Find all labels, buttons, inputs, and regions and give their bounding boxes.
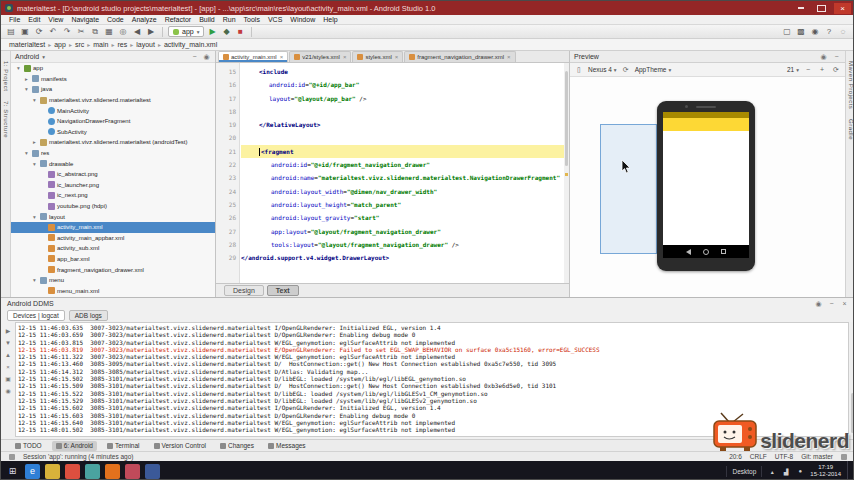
tool-window-button-6-android[interactable]: 6: Android — [52, 441, 97, 451]
chevron-right-icon[interactable]: ▸ — [31, 139, 38, 145]
tree-item-mainactivity[interactable]: MainActivity — [11, 105, 215, 116]
show-desktop-button[interactable] — [847, 461, 851, 480]
tree-item-app-bar-xml[interactable]: app_bar.xml — [11, 254, 215, 265]
code-line-15[interactable]: <include — [241, 65, 564, 78]
find-icon[interactable]: ◎ — [117, 26, 129, 38]
logcat-tab-devices-logcat[interactable]: Devices | logcat — [7, 310, 65, 321]
device-select[interactable]: Nexus 4 ▾ — [588, 66, 617, 73]
tree-item-subactivity[interactable]: SubActivity — [11, 127, 215, 138]
paste-icon[interactable]: ▦ — [103, 26, 115, 38]
undo-icon[interactable]: ↶ — [47, 26, 59, 38]
file-explorer-icon[interactable] — [45, 464, 60, 479]
close-tab-icon[interactable]: × — [280, 54, 284, 60]
tool-window-button-todo[interactable]: TODO — [11, 441, 46, 451]
debug-icon[interactable]: ◆ — [220, 26, 232, 38]
line-number[interactable]: 21 — [216, 145, 236, 158]
chevron-down-icon[interactable]: ▾ — [42, 54, 45, 60]
menu-item-edit[interactable]: Edit — [24, 16, 44, 23]
close-button[interactable]: × — [834, 3, 851, 14]
log-line-1[interactable]: 12-15 11:46:03.635 3007-3023/materialtes… — [18, 324, 846, 331]
ie-icon[interactable]: e — [25, 464, 40, 479]
save-all-icon[interactable]: ▣ — [19, 26, 31, 38]
log-line-8[interactable]: 12-15 11:46:15.502 3085-3101/materialtes… — [18, 375, 846, 382]
log-line-6[interactable]: 12-15 11:46:13.460 3085-3095/materialtes… — [18, 360, 846, 367]
tree-item-fragment-navigation-drawer-xml[interactable]: fragment_navigation_drawer.xml — [11, 264, 215, 275]
code-line-25[interactable]: android:layout_height="match_parent" — [241, 198, 564, 211]
code-line-23[interactable]: android:name="materialtest.vivz.slidener… — [241, 171, 564, 184]
code-line-27[interactable]: app:layout="@layout/fragment_navigation_… — [241, 225, 564, 238]
vlc-icon[interactable] — [105, 464, 120, 479]
editor-tab-styles-xml[interactable]: styles.xml× — [352, 51, 403, 62]
tree-item-menu[interactable]: ▾menu — [11, 275, 215, 286]
tool-button-gradle[interactable]: Gradle — [848, 119, 854, 140]
tree-item-java[interactable]: ▾java — [11, 84, 215, 95]
tree-item-materialtest-vivz-slidenerd-materialtest[interactable]: ▾materialtest.vivz.slidenerd.materialtes… — [11, 95, 215, 106]
device-icon[interactable]: ▯ — [574, 65, 584, 75]
chevron-down-icon[interactable]: ▾ — [31, 277, 38, 283]
tool-window-button-terminal[interactable]: Terminal — [103, 441, 144, 451]
scroll-up-icon[interactable]: ▲ — [4, 350, 13, 359]
android-studio-icon[interactable] — [85, 464, 100, 479]
help-icon[interactable]: ? — [823, 26, 835, 38]
code-line-22[interactable]: android:id="@+id/fragment_navigation_dra… — [241, 158, 564, 171]
network-icon[interactable]: ▟ — [782, 467, 790, 475]
tree-item-activity-sub-xml[interactable]: activity_sub.xml — [11, 243, 215, 254]
code-line-17[interactable]: layout="@layout/app_bar" /> — [241, 92, 564, 105]
editor-gutter[interactable]: 151617181920212223242526272829 — [216, 63, 240, 283]
scrollbar-thumb[interactable] — [565, 71, 568, 166]
search-everywhere-icon[interactable]: ◌ — [837, 26, 849, 38]
editor-tab-fragment-navigation-drawer-xml[interactable]: fragment_navigation_drawer.xml× — [404, 51, 515, 62]
code-line-18[interactable] — [241, 105, 564, 118]
settings-icon[interactable]: ◉ — [814, 299, 823, 308]
code-line-19[interactable]: </RelativeLayout> — [241, 118, 564, 131]
clear-logcat-icon[interactable]: × — [4, 362, 13, 371]
breadcrumb-item-app[interactable]: app — [52, 41, 68, 48]
menu-item-view[interactable]: View — [44, 16, 67, 23]
tree-item-manifests[interactable]: ▸manifests — [11, 74, 215, 85]
back-icon[interactable]: ◀ — [131, 26, 143, 38]
breadcrumb-item-materialtest[interactable]: materialtest — [7, 41, 47, 48]
menu-item-analyze[interactable]: Analyze — [128, 16, 161, 23]
soft-wrap-icon[interactable]: ▣ — [4, 374, 13, 383]
hide-panel-icon[interactable]: − — [832, 52, 841, 61]
menu-item-vcs[interactable]: VCS — [264, 16, 286, 23]
line-number[interactable]: 27 — [216, 225, 236, 238]
breadcrumb-item-activity-main-xml[interactable]: activity_main.xml — [162, 41, 219, 48]
menu-item-tools[interactable]: Tools — [240, 16, 264, 23]
minimize-button[interactable] — [792, 3, 809, 14]
tool-button-1-project[interactable]: 1: Project — [3, 61, 9, 91]
chevron-down-icon[interactable]: ▾ — [31, 161, 38, 167]
toolwindow-toggle-icon[interactable] — [9, 454, 15, 460]
project-view-label[interactable]: Android — [15, 53, 39, 60]
tree-item-drawable[interactable]: ▾drawable — [11, 158, 215, 169]
settings-icon[interactable]: ◉ — [809, 26, 821, 38]
line-number[interactable]: 16 — [216, 78, 236, 91]
orientation-icon[interactable]: ⟳ — [621, 65, 631, 75]
theme-select[interactable]: AppTheme ▾ — [635, 66, 672, 73]
editor-mode-tab-text[interactable]: Text — [267, 285, 299, 296]
tree-item-activity-main-xml[interactable]: activity_main.xml — [11, 222, 215, 233]
line-number[interactable]: 24 — [216, 185, 236, 198]
tool-button-maven-projects[interactable]: Maven Projects — [848, 61, 854, 109]
lock-icon[interactable] — [841, 454, 847, 460]
device-mockup[interactable] — [657, 101, 755, 271]
code-line-21[interactable]: <fragment — [241, 145, 564, 158]
log-line-5[interactable]: 12-15 11:46:11.322 3007-3023/materialtes… — [18, 353, 846, 360]
log-line-9[interactable]: 12-15 11:46:15.509 3085-3101/materialtes… — [18, 382, 846, 389]
editor-tab-activity-main-xml[interactable]: activity_main.xml× — [218, 51, 288, 62]
chevron-down-icon[interactable]: ▾ — [23, 150, 30, 156]
collapse-all-icon[interactable]: − — [190, 52, 199, 61]
tool-button-7-structure[interactable]: 7: Structure — [3, 101, 9, 138]
line-number[interactable]: 17 — [216, 92, 236, 105]
redo-icon[interactable]: ↷ — [61, 26, 73, 38]
chevron-down-icon[interactable]: ▾ — [31, 214, 38, 220]
forward-icon[interactable]: ▶ — [145, 26, 157, 38]
menu-item-file[interactable]: File — [5, 16, 24, 23]
vcs-branch[interactable]: Git: master — [801, 453, 833, 460]
copy-icon[interactable]: ⧉ — [89, 26, 101, 38]
line-number[interactable]: 20 — [216, 131, 236, 144]
genymotion-icon[interactable] — [125, 464, 140, 479]
code-line-16[interactable]: android:id="@+id/app_bar" — [241, 78, 564, 91]
line-number[interactable]: 15 — [216, 65, 236, 78]
tree-item-ic-next-png[interactable]: ic_next.png — [11, 190, 215, 201]
